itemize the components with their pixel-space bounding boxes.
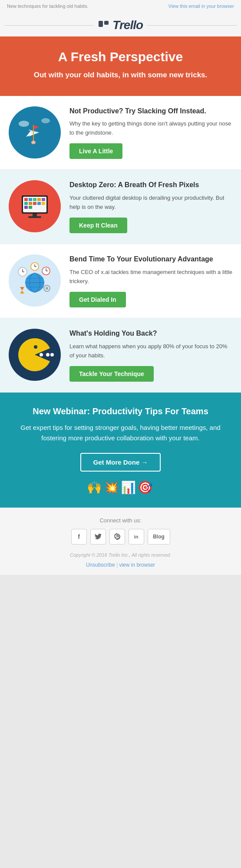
- svg-rect-21: [42, 202, 45, 205]
- article-1-button[interactable]: Live A Little: [69, 143, 122, 159]
- view-in-browser-link[interactable]: View this email in your browser: [168, 3, 234, 9]
- svg-rect-22: [24, 206, 28, 209]
- top-bar: New techniques for tackling old habits. …: [0, 0, 241, 12]
- article-3-title: Bend Time To Your Evolutionary Advantage: [69, 254, 232, 264]
- article-3-body: The CEO of x.ai tackles time management …: [69, 268, 232, 286]
- article-3-image: [9, 254, 61, 307]
- article-1-title: Not Productive? Try Slacking Off Instead…: [69, 106, 232, 116]
- webinar-emojis: 🙌💥📊🎯: [13, 480, 228, 495]
- svg-point-43: [46, 287, 48, 290]
- top-bar-left: New techniques for tackling old habits.: [7, 3, 89, 9]
- article-1-image: [9, 106, 61, 158]
- article-1-content: Not Productive? Try Slacking Off Instead…: [69, 106, 232, 159]
- article-row-3: Bend Time To Your Evolutionary Advantage…: [0, 244, 241, 318]
- article-4-title: What's Holding You Back?: [69, 329, 232, 338]
- svg-point-9: [31, 141, 36, 144]
- footer-connect-label: Connect with us:: [9, 517, 232, 524]
- article-2-button[interactable]: Keep It Clean: [69, 218, 127, 233]
- social-facebook[interactable]: f: [71, 529, 87, 545]
- svg-marker-40: [20, 287, 24, 290]
- footer: Connect with us: f in Blog Copyright © 2…: [0, 508, 241, 575]
- webinar-section: New Webinar: Productivity Tips For Teams…: [0, 393, 241, 508]
- article-2-content: Desktop Zero: A Breath Of Fresh Pixels Y…: [69, 180, 232, 233]
- svg-rect-16: [42, 198, 45, 201]
- logo-line-right: [147, 25, 237, 26]
- article-3-button[interactable]: Get Dialed In: [69, 292, 126, 307]
- svg-point-46: [40, 353, 43, 356]
- hero-subtitle: Out with your old habits, in with some n…: [13, 69, 228, 81]
- svg-rect-19: [33, 202, 36, 205]
- article-4-body: Learn what happens when you apply 80% of…: [69, 342, 232, 360]
- svg-point-2: [19, 121, 29, 127]
- logo-text: Trello: [112, 18, 143, 32]
- svg-rect-13: [29, 198, 32, 201]
- article-2-body: Your cluttered digital desktop is derail…: [69, 194, 232, 212]
- logo-area: Trello: [0, 12, 241, 36]
- svg-marker-8: [33, 125, 39, 129]
- svg-rect-18: [29, 202, 32, 205]
- footer-links: Unsubscribe | view in browser: [9, 562, 232, 568]
- logo: Trello: [98, 18, 143, 32]
- social-blog[interactable]: Blog: [148, 529, 170, 545]
- social-linkedin[interactable]: in: [129, 529, 144, 545]
- hero-section: A Fresh Perspective Out with your old ha…: [0, 36, 241, 96]
- svg-rect-23: [29, 206, 32, 209]
- article-4-content: What's Holding You Back? Learn what happ…: [69, 329, 232, 382]
- article-row-4: What's Holding You Back? Learn what happ…: [0, 318, 241, 393]
- article-2-title: Desktop Zero: A Breath Of Fresh Pixels: [69, 180, 232, 190]
- view-browser-link[interactable]: view in browser: [119, 562, 155, 568]
- svg-rect-24: [33, 214, 37, 217]
- svg-rect-0: [99, 21, 103, 27]
- webinar-title: New Webinar: Productivity Tips For Teams: [13, 406, 228, 416]
- article-1-body: Why the key to getting things done isn't…: [69, 119, 232, 138]
- article-row-2: Desktop Zero: A Breath Of Fresh Pixels Y…: [0, 170, 241, 244]
- svg-point-47: [50, 353, 54, 356]
- svg-rect-17: [24, 202, 28, 205]
- article-3-content: Bend Time To Your Evolutionary Advantage…: [69, 254, 232, 307]
- logo-line-left: [4, 25, 94, 26]
- webinar-button[interactable]: Get More Done →: [80, 453, 161, 472]
- svg-rect-1: [104, 21, 109, 25]
- svg-rect-12: [24, 198, 28, 201]
- svg-rect-20: [37, 202, 41, 205]
- svg-point-44: [34, 345, 37, 349]
- article-row-1: Not Productive? Try Slacking Off Instead…: [0, 96, 241, 170]
- social-pinterest[interactable]: [109, 529, 125, 545]
- article-2-image: [9, 180, 61, 232]
- social-twitter[interactable]: [90, 529, 106, 545]
- hero-title: A Fresh Perspective: [13, 50, 228, 64]
- svg-point-3: [41, 118, 50, 123]
- article-4-button[interactable]: Tackle Your Technique: [69, 366, 154, 382]
- unsubscribe-link[interactable]: Unsubscribe: [86, 562, 115, 568]
- webinar-body: Get expert tips for setting stronger goa…: [13, 422, 228, 443]
- svg-rect-14: [33, 198, 36, 201]
- social-icons-row: f in Blog: [9, 529, 232, 545]
- svg-point-45: [46, 353, 50, 356]
- svg-marker-41: [20, 290, 24, 294]
- svg-rect-25: [28, 216, 41, 218]
- article-4-image: [9, 329, 61, 381]
- footer-copyright: Copyright © 2016 Trello Inc., All rights…: [9, 552, 232, 558]
- svg-rect-15: [37, 198, 41, 201]
